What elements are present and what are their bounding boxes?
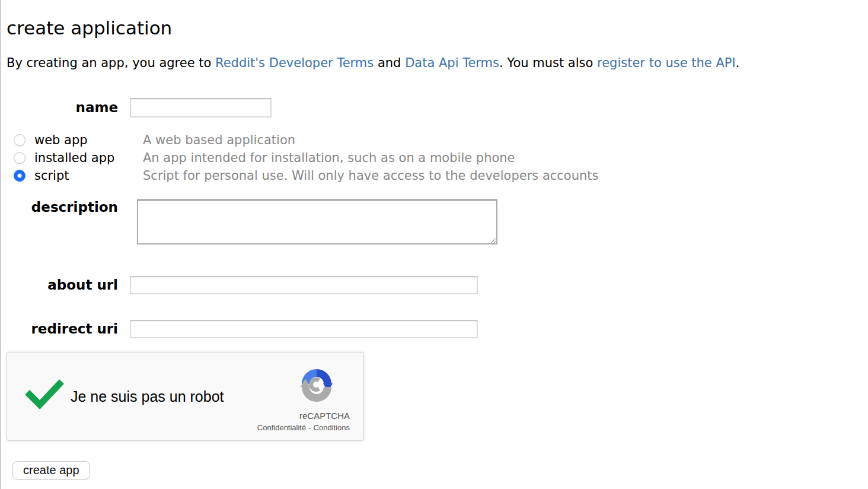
- about-url-input[interactable]: [130, 276, 478, 294]
- web-app-radio-label[interactable]: web app: [34, 133, 143, 147]
- recaptcha-brand-label: reCAPTCHA: [299, 411, 350, 421]
- web-app-radio[interactable]: [14, 134, 25, 146]
- description-textarea[interactable]: [137, 199, 497, 244]
- recaptcha-logo-icon: [299, 367, 334, 405]
- page-title: create application: [1, 0, 868, 39]
- recaptcha-terms-link[interactable]: Conditions: [314, 423, 350, 432]
- create-app-button[interactable]: create app: [12, 461, 90, 480]
- create-application-page: create application By creating an app, y…: [0, 0, 868, 489]
- terms-text-prefix: By creating an app, you agree to: [7, 56, 215, 70]
- terms-text-and: and: [374, 56, 405, 70]
- description-label: description: [1, 199, 118, 216]
- script-description: Script for personal use. Will only have …: [143, 169, 599, 183]
- register-api-link[interactable]: register to use the API: [597, 56, 736, 70]
- name-label: name: [1, 100, 118, 116]
- name-row: name: [1, 98, 868, 118]
- terms-agreement-text: By creating an app, you agree to Reddit'…: [7, 56, 868, 71]
- recaptcha-logo-column: reCAPTCHA Confidentialité-Conditions: [257, 367, 350, 432]
- script-radio-label[interactable]: script: [34, 169, 143, 183]
- recaptcha-checkbox-label: Je ne suis pas un robot: [71, 388, 224, 405]
- name-input[interactable]: [130, 98, 272, 118]
- script-radio[interactable]: [14, 170, 25, 182]
- description-row: description: [1, 199, 868, 244]
- about-url-label: about url: [1, 277, 118, 294]
- installed-app-radio[interactable]: [14, 152, 25, 164]
- installed-app-radio-label[interactable]: installed app: [34, 151, 143, 165]
- recaptcha-verified-check-icon[interactable]: [24, 378, 65, 411]
- app-type-option-web-app: web app A web based application: [14, 131, 868, 149]
- app-type-option-script: script Script for personal use. Will onl…: [14, 167, 868, 185]
- redirect-uri-input[interactable]: [130, 320, 478, 338]
- about-url-row: about url: [1, 276, 868, 294]
- recaptcha-privacy-terms: Confidentialité-Conditions: [257, 423, 350, 432]
- installed-app-description: An app intended for installation, such a…: [143, 151, 515, 165]
- data-api-terms-link[interactable]: Data Api Terms: [405, 56, 499, 70]
- app-type-option-installed-app: installed app An app intended for instal…: [14, 149, 868, 167]
- recaptcha-privacy-link[interactable]: Confidentialité: [257, 423, 306, 432]
- recaptcha-widget: Je ne suis pas un robot reCAPTCHA Confid…: [7, 352, 364, 441]
- terms-text-suffix: .: [736, 56, 740, 70]
- redirect-uri-row: redirect uri: [1, 320, 868, 338]
- web-app-description: A web based application: [143, 133, 295, 147]
- app-type-radio-group: web app A web based application installe…: [1, 131, 868, 185]
- terms-text-middle: . You must also: [499, 56, 597, 70]
- developer-terms-link[interactable]: Reddit's Developer Terms: [215, 56, 374, 70]
- redirect-uri-label: redirect uri: [1, 321, 118, 338]
- recaptcha-privacy-separator: -: [306, 423, 313, 432]
